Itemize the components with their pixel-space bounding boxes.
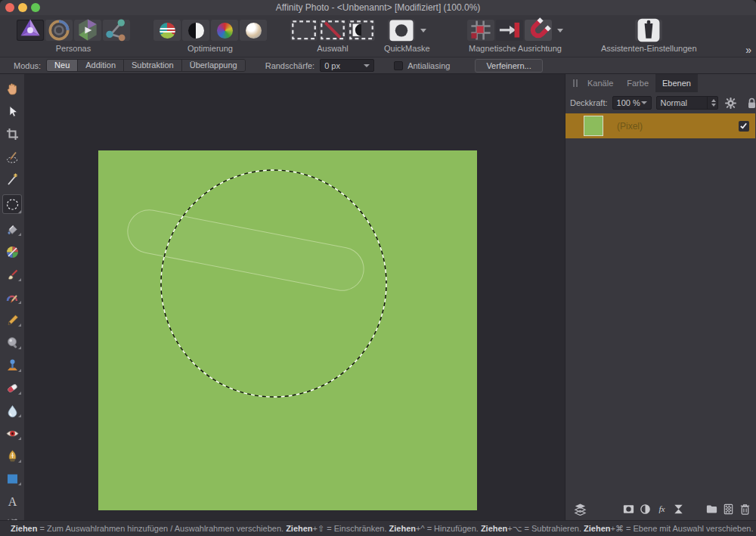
canvas-area[interactable] bbox=[25, 74, 565, 520]
close-window-button[interactable] bbox=[5, 3, 14, 12]
live-filter-icon bbox=[672, 503, 685, 516]
crop-icon bbox=[5, 127, 20, 141]
quick-mask-dropdown-caret[interactable] bbox=[420, 29, 426, 33]
crop-tool[interactable] bbox=[2, 126, 22, 141]
opacity-dropdown[interactable]: 100 % bbox=[612, 96, 652, 110]
healing-brush-tool[interactable] bbox=[2, 380, 22, 395]
select-all-button[interactable] bbox=[290, 20, 318, 41]
optimierung-group: Optimierung bbox=[153, 19, 267, 53]
tools-panel: A bbox=[0, 74, 25, 520]
auto-levels-button[interactable] bbox=[153, 20, 181, 41]
clone-stamp-tool[interactable] bbox=[2, 358, 22, 373]
assistant-icon bbox=[635, 17, 662, 44]
selection-marching-ants[interactable] bbox=[98, 150, 477, 510]
auto-colours-button[interactable] bbox=[211, 20, 238, 41]
cursor-arrow-icon bbox=[5, 104, 20, 119]
paint-brush-tool[interactable] bbox=[2, 267, 22, 282]
verfeinern-button[interactable]: Verfeinern... bbox=[475, 59, 542, 73]
red-eye-removal-tool[interactable] bbox=[2, 426, 22, 441]
pixel-tool[interactable] bbox=[2, 312, 22, 327]
layers-stack-icon bbox=[574, 503, 587, 516]
randschaerfe-dropdown[interactable]: 0 px bbox=[320, 59, 374, 72]
dodge-tool[interactable] bbox=[2, 335, 22, 350]
assistant-button[interactable] bbox=[635, 20, 662, 41]
mode-addition-button[interactable]: Addition bbox=[78, 60, 124, 71]
elliptical-marquee-tool[interactable] bbox=[2, 194, 22, 214]
deselect-button[interactable] bbox=[319, 20, 346, 41]
layer-effects-button[interactable]: fx bbox=[653, 501, 670, 516]
group-layers-button[interactable] bbox=[703, 501, 720, 516]
develop-persona-icon bbox=[74, 17, 101, 44]
layer-thumbnail[interactable] bbox=[584, 116, 603, 136]
view-hand-tool[interactable] bbox=[2, 81, 22, 96]
flood-fill-tool[interactable] bbox=[2, 222, 22, 237]
blend-mode-dropdown[interactable]: Normal bbox=[656, 96, 718, 110]
flood-select-tool[interactable] bbox=[2, 172, 22, 187]
export-persona-button[interactable] bbox=[103, 20, 130, 41]
snapping-grid-button[interactable] bbox=[467, 20, 494, 41]
delete-layer-button[interactable] bbox=[736, 501, 753, 516]
studio-panel: Kanäle Farbe Ebenen Deckkraft: 100 % Nor… bbox=[565, 74, 756, 520]
adjustment-layer-button[interactable] bbox=[637, 501, 653, 516]
layers-stack-button[interactable] bbox=[572, 501, 588, 516]
mask-layer-icon bbox=[622, 503, 635, 516]
auswahl-label: Auswahl bbox=[317, 44, 349, 53]
layers-panel-footer: fx bbox=[565, 500, 756, 520]
deselect-icon bbox=[319, 19, 346, 41]
document-image[interactable] bbox=[98, 150, 477, 510]
minimize-window-button[interactable] bbox=[18, 3, 27, 12]
mode-neu-button[interactable]: Neu bbox=[47, 60, 78, 71]
tab-ebenen[interactable]: Ebenen bbox=[655, 74, 698, 92]
tab-kanaele[interactable]: Kanäle bbox=[581, 74, 620, 92]
pen-tool[interactable] bbox=[2, 448, 22, 463]
snap-to-edge-button[interactable] bbox=[496, 20, 523, 41]
marquee-ellipse-icon bbox=[5, 197, 20, 212]
selection-brush-tool[interactable] bbox=[2, 149, 22, 164]
snapping-dropdown-caret[interactable] bbox=[557, 29, 563, 33]
auto-contrast-button[interactable] bbox=[182, 20, 209, 41]
quickmask-group: QuickMaske bbox=[384, 19, 430, 53]
mode-segmented-control: Neu Addition Subtraktion Überlappung bbox=[46, 59, 246, 72]
blur-tool[interactable] bbox=[2, 403, 22, 418]
move-tool[interactable] bbox=[2, 104, 22, 119]
randschaerfe-value: 0 px bbox=[324, 61, 340, 70]
liquify-persona-button[interactable] bbox=[45, 20, 73, 41]
magnet-button[interactable] bbox=[525, 20, 552, 41]
layer-visibility-checkbox[interactable] bbox=[739, 121, 749, 132]
layer-name[interactable]: (Pixel) bbox=[617, 121, 643, 132]
magic-wand-icon bbox=[5, 172, 20, 187]
antialiasing-checkbox[interactable] bbox=[394, 61, 403, 70]
text-A-icon: A bbox=[5, 494, 20, 509]
new-pixel-layer-icon bbox=[722, 503, 735, 516]
live-filter-button[interactable] bbox=[670, 501, 686, 516]
layer-settings-button[interactable] bbox=[723, 95, 739, 110]
lock-layer-button[interactable] bbox=[744, 95, 756, 110]
rectangle-tool[interactable] bbox=[2, 471, 22, 486]
mode-ueberlappung-button[interactable]: Überlappung bbox=[182, 60, 245, 71]
liquify-persona-icon bbox=[45, 17, 73, 44]
mesh-warp-tool[interactable] bbox=[2, 516, 22, 520]
mask-layer-button[interactable] bbox=[620, 501, 637, 516]
photo-persona-button[interactable] bbox=[17, 20, 44, 41]
invert-selection-button[interactable] bbox=[348, 20, 375, 41]
layers-empty-area[interactable] bbox=[565, 138, 756, 500]
quick-mask-icon bbox=[388, 18, 415, 43]
auto-white-balance-button[interactable] bbox=[240, 20, 267, 41]
text-tool[interactable]: A bbox=[2, 494, 22, 509]
develop-persona-button[interactable] bbox=[74, 20, 101, 41]
colour-replacement-brush-tool[interactable] bbox=[2, 290, 22, 305]
snapping-grid-icon bbox=[467, 17, 494, 44]
optimierung-label: Optimierung bbox=[187, 44, 233, 53]
quick-mask-button[interactable] bbox=[388, 20, 415, 41]
invert-selection-icon bbox=[348, 19, 375, 41]
tab-farbe[interactable]: Farbe bbox=[620, 74, 655, 92]
mode-subtraktion-button[interactable]: Subtraktion bbox=[124, 60, 182, 71]
rectangle-shape-icon bbox=[5, 472, 20, 486]
antialiasing-label: Antialiasing bbox=[407, 61, 450, 70]
toolbar-overflow-button[interactable]: » bbox=[745, 44, 751, 56]
new-layer-button[interactable] bbox=[720, 501, 736, 516]
zoom-window-button[interactable] bbox=[31, 3, 40, 12]
magnet-icon bbox=[525, 17, 552, 44]
gradient-tool[interactable] bbox=[2, 244, 22, 259]
layer-row-pixel[interactable]: (Pixel) bbox=[565, 113, 755, 138]
